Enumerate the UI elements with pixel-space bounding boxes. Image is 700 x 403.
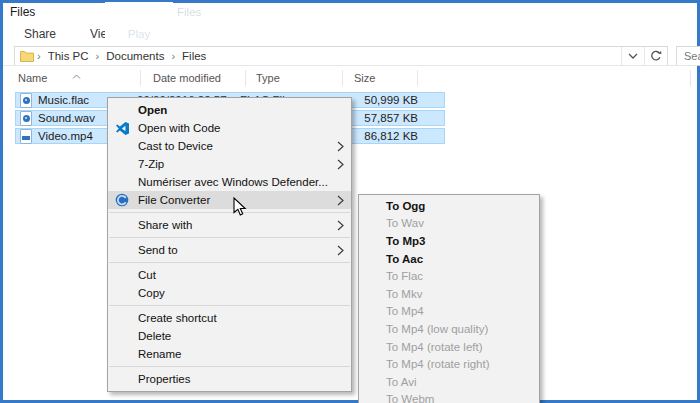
refresh-icon xyxy=(650,50,662,62)
submenu-item-to-mp3[interactable]: To Mp3 xyxy=(359,232,539,250)
submenu-item-to-wav: To Wav xyxy=(359,215,539,233)
menu-item-label: Rename xyxy=(138,348,181,360)
column-header-date-modified[interactable]: Date modified xyxy=(153,72,221,84)
breadcrumb-chevron-icon: › xyxy=(168,50,178,62)
search-placeholder: Sea xyxy=(684,50,700,62)
menu-item-label: Share with xyxy=(138,219,192,231)
context-menu: OpenOpen with CodeCast to Device7-ZipNum… xyxy=(107,97,352,392)
menu-item-cut[interactable]: Cut xyxy=(108,266,351,284)
menu-item-delete[interactable]: Delete xyxy=(108,327,351,345)
mouse-cursor-icon xyxy=(233,197,247,221)
column-divider[interactable] xyxy=(342,70,343,86)
menu-item-open[interactable]: Open xyxy=(108,101,351,119)
menu-item-file-converter[interactable]: File Converter xyxy=(108,191,351,209)
submenu-item-label: To Flac xyxy=(386,270,423,282)
column-header-size[interactable]: Size xyxy=(354,72,375,84)
menu-separator xyxy=(109,212,350,213)
chevron-right-icon xyxy=(337,245,344,256)
breadcrumb-documents[interactable]: Documents xyxy=(102,50,168,62)
redacted-tab-area: Play xyxy=(105,2,173,44)
menu-item-label: Cast to Device xyxy=(138,140,213,152)
submenu-item-to-ogg[interactable]: To Ogg xyxy=(359,197,539,215)
submenu-item-label: To Mp4 (low quality) xyxy=(386,323,488,335)
submenu-item-label: To Mp4 (rotate left) xyxy=(386,341,483,353)
toolbar-divider xyxy=(3,65,697,66)
submenu-item-to-mp4-rotate-right: To Mp4 (rotate right) xyxy=(359,355,539,373)
column-divider[interactable] xyxy=(417,70,418,86)
menu-item-share-with[interactable]: Share with xyxy=(108,216,351,234)
menu-separator xyxy=(109,237,350,238)
menu-item-num-riser-avec-windows-defender[interactable]: Numériser avec Windows Defender... xyxy=(108,173,351,191)
chevron-right-icon xyxy=(337,195,344,206)
chevron-right-icon xyxy=(337,141,344,152)
submenu-item-to-webm: To Webm xyxy=(359,391,539,403)
submenu-item-label: To Ogg xyxy=(386,200,425,212)
file-name: Sound.wav xyxy=(38,112,95,124)
menu-item-send-to[interactable]: Send to xyxy=(108,241,351,259)
menu-item-label: Create shortcut xyxy=(138,312,217,324)
menu-item-label: Properties xyxy=(138,373,190,385)
submenu-item-label: To Mp4 (rotate right) xyxy=(386,358,490,370)
chevron-down-icon xyxy=(628,53,638,59)
menu-item-properties[interactable]: Properties xyxy=(108,370,351,388)
address-dropdown-button[interactable] xyxy=(621,47,644,65)
tab-share[interactable]: Share xyxy=(14,26,66,44)
menu-item-label: Copy xyxy=(138,287,165,299)
audio-file-icon xyxy=(20,111,32,126)
submenu-item-label: To Mkv xyxy=(386,288,422,300)
menu-separator xyxy=(109,262,350,263)
explorer-window: Files Files Share View Play › This PC › … xyxy=(0,0,700,403)
menu-item-label: File Converter xyxy=(138,194,210,206)
submenu-item-to-aac[interactable]: To Aac xyxy=(359,250,539,268)
menu-item-copy[interactable]: Copy xyxy=(108,284,351,302)
submenu-item-label: To Wav xyxy=(386,217,424,229)
menu-item-label: Cut xyxy=(138,269,156,281)
submenu-item-to-flac: To Flac xyxy=(359,267,539,285)
file-name: Music.flac xyxy=(38,94,89,106)
breadcrumb-chevron-icon: › xyxy=(93,50,103,62)
submenu-item-label: To Webm xyxy=(386,393,434,403)
submenu-item-to-mkv: To Mkv xyxy=(359,285,539,303)
file-converter-submenu: To OggTo WavTo Mp3To AacTo FlacTo MkvTo … xyxy=(358,194,540,403)
menu-item-rename[interactable]: Rename xyxy=(108,345,351,363)
chevron-right-icon xyxy=(337,159,344,170)
file-name: Video.mp4 xyxy=(38,130,93,142)
menu-item-create-shortcut[interactable]: Create shortcut xyxy=(108,309,351,327)
chevron-right-icon xyxy=(337,220,344,231)
submenu-item-label: To Mp3 xyxy=(386,235,425,247)
submenu-item-to-mp4: To Mp4 xyxy=(359,303,539,321)
menu-item-open-with-code[interactable]: Open with Code xyxy=(108,119,351,137)
folder-icon xyxy=(20,50,34,62)
window-title: Files xyxy=(10,5,35,19)
breadcrumb-this-pc[interactable]: This PC xyxy=(44,50,93,62)
refresh-button[interactable] xyxy=(644,47,667,65)
sort-ascending-icon xyxy=(72,66,81,84)
audio-file-icon xyxy=(20,93,32,108)
menu-item-label: Delete xyxy=(138,330,171,342)
menu-item-label: Numériser avec Windows Defender... xyxy=(138,176,328,188)
breadcrumb-files[interactable]: Files xyxy=(178,50,210,62)
column-divider[interactable] xyxy=(245,70,246,86)
menu-item-label: 7-Zip xyxy=(138,158,164,170)
vscode-icon xyxy=(116,122,129,135)
submenu-item-to-mp4-low-quality: To Mp4 (low quality) xyxy=(359,320,539,338)
menu-separator xyxy=(109,366,350,367)
search-input[interactable]: Sea xyxy=(676,46,700,66)
address-bar[interactable]: › This PC › Documents › Files xyxy=(14,46,668,66)
column-divider[interactable] xyxy=(140,70,141,86)
video-file-icon xyxy=(20,129,32,144)
column-divider[interactable] xyxy=(690,70,691,86)
file-converter-icon xyxy=(115,193,129,207)
submenu-item-to-avi: To Avi xyxy=(359,373,539,391)
ghost-tab-play: Play xyxy=(128,28,150,40)
ghost-window-title: Files xyxy=(177,6,201,18)
menu-separator xyxy=(109,305,350,306)
menu-item-label: Send to xyxy=(138,244,178,256)
menu-item-cast-to-device[interactable]: Cast to Device xyxy=(108,137,351,155)
menu-item-7-zip[interactable]: 7-Zip xyxy=(108,155,351,173)
submenu-item-label: To Avi xyxy=(386,376,416,388)
column-header-name[interactable]: Name xyxy=(18,72,47,84)
menu-item-label: Open with Code xyxy=(138,122,220,134)
column-header-type[interactable]: Type xyxy=(256,72,280,84)
submenu-item-label: To Mp4 xyxy=(386,305,424,317)
